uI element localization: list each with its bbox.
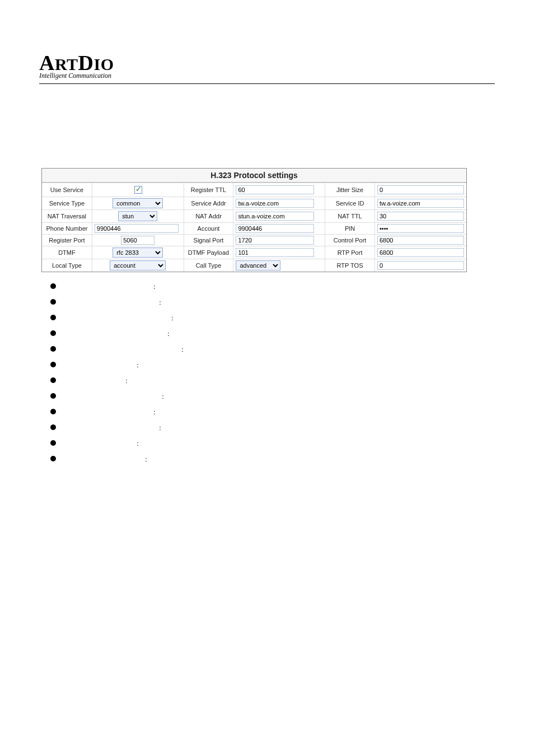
- cell-register-ttl: [233, 183, 325, 197]
- cell-service-id: [375, 197, 466, 209]
- colon-marker: ：: [157, 423, 163, 433]
- cell-control-port: [375, 235, 466, 246]
- cell-phone-number: [92, 223, 184, 234]
- cell-dtmf: rfc 2833: [92, 246, 184, 259]
- panel-title: H.323 Protocol settings: [42, 169, 466, 183]
- rtp-tos-input[interactable]: [377, 261, 464, 270]
- cell-account: [233, 223, 325, 234]
- label-dtmf: DTMF: [42, 246, 92, 259]
- label-jitter-size: Jitter Size: [325, 183, 375, 197]
- label-account: Account: [184, 223, 234, 234]
- list-item: ：: [50, 314, 495, 321]
- settings-row: Local Type account Call Type advanced RT…: [42, 259, 466, 272]
- list-item: ：: [50, 376, 495, 384]
- local-type-select[interactable]: account: [110, 260, 166, 270]
- cell-signal-port: [233, 235, 325, 246]
- cell-service-type: common: [92, 197, 184, 209]
- colon-marker: ：: [151, 282, 158, 292]
- colon-marker: ：: [134, 439, 141, 449]
- settings-row: Phone Number Account PIN: [42, 222, 466, 234]
- cell-rtp-tos: [375, 259, 466, 272]
- label-register-ttl: Register TTL: [184, 183, 234, 197]
- cell-nat-traversal: stun: [92, 210, 184, 222]
- register-port-input[interactable]: [121, 236, 154, 245]
- account-input[interactable]: [236, 224, 314, 233]
- nat-addr-input[interactable]: [236, 212, 314, 221]
- control-port-input[interactable]: [377, 236, 464, 245]
- cell-use-service: [92, 183, 184, 197]
- cell-pin: [375, 223, 466, 234]
- list-item: ：: [50, 282, 495, 290]
- colon-marker: ：: [169, 314, 176, 323]
- cell-nat-ttl: [375, 210, 466, 222]
- label-signal-port: Signal Port: [184, 235, 234, 246]
- service-addr-input[interactable]: [236, 199, 314, 208]
- cell-rtp-port: [375, 246, 466, 259]
- nat-ttl-input[interactable]: [377, 212, 464, 221]
- label-control-port: Control Port: [325, 235, 375, 246]
- dtmf-payload-input[interactable]: [236, 248, 314, 257]
- colon-marker: ：: [151, 408, 158, 417]
- list-item: ：: [50, 345, 495, 353]
- jitter-size-input[interactable]: [377, 185, 464, 194]
- phone-number-input[interactable]: [95, 224, 179, 233]
- logo-letter: A: [39, 51, 55, 74]
- label-service-type: Service Type: [42, 197, 92, 209]
- label-service-id: Service ID: [325, 197, 375, 209]
- cell-nat-addr: [233, 210, 325, 222]
- cell-call-type: advanced: [233, 259, 325, 272]
- cell-register-port: [92, 235, 184, 246]
- rtp-port-input[interactable]: [377, 248, 464, 257]
- label-phone-number: Phone Number: [42, 223, 92, 234]
- h323-settings-panel: H.323 Protocol settings Use Service Regi…: [41, 168, 467, 272]
- settings-row: DTMF rfc 2833 DTMF Payload RTP Port: [42, 246, 466, 259]
- label-use-service: Use Service: [42, 183, 92, 197]
- pin-input[interactable]: [377, 224, 464, 233]
- list-item: ：: [50, 423, 495, 431]
- label-call-type: Call Type: [184, 259, 234, 272]
- use-service-checkbox[interactable]: [134, 186, 142, 194]
- label-pin: PIN: [325, 223, 375, 234]
- logo-letter: D: [78, 51, 94, 74]
- cell-dtmf-payload: [233, 246, 325, 259]
- cell-jitter-size: [375, 183, 466, 197]
- colon-marker: ：: [134, 361, 141, 370]
- colon-marker: ：: [179, 345, 186, 354]
- cell-local-type: account: [92, 259, 184, 272]
- colon-marker: ：: [143, 455, 149, 464]
- cell-service-addr: [233, 197, 325, 209]
- service-id-input[interactable]: [377, 199, 464, 208]
- label-rtp-port: RTP Port: [325, 246, 375, 259]
- settings-row: Service Type common Service Addr Service…: [42, 197, 466, 209]
- logo-letter: RT: [55, 55, 78, 73]
- header-divider: [39, 83, 495, 84]
- label-local-type: Local Type: [42, 259, 92, 272]
- colon-marker: ：: [160, 392, 166, 402]
- dtmf-select[interactable]: rfc 2833: [113, 248, 163, 258]
- label-rtp-tos: RTP TOS: [325, 259, 375, 272]
- label-nat-traversal: NAT Traversal: [42, 210, 92, 222]
- list-item: ：: [50, 408, 495, 416]
- label-nat-addr: NAT Addr: [184, 210, 234, 222]
- label-register-port: Register Port: [42, 235, 92, 246]
- list-item: ：: [50, 392, 495, 400]
- service-type-select[interactable]: common: [113, 198, 163, 208]
- settings-row: Use Service Register TTL Jitter Size: [42, 183, 466, 197]
- label-service-addr: Service Addr: [184, 197, 234, 209]
- colon-marker: ：: [165, 329, 172, 339]
- nat-traversal-select[interactable]: stun: [118, 211, 157, 221]
- signal-port-input[interactable]: [236, 236, 314, 245]
- settings-row: Register Port Signal Port Control Port: [42, 234, 466, 246]
- list-item: ：: [50, 361, 495, 368]
- logo-tagline: Intelligent Communication: [39, 72, 495, 80]
- list-item: ：: [50, 329, 495, 337]
- colon-marker: ：: [123, 376, 130, 386]
- label-dtmf-payload: DTMF Payload: [184, 246, 234, 259]
- settings-row: NAT Traversal stun NAT Addr NAT TTL: [42, 209, 466, 222]
- call-type-select[interactable]: advanced: [236, 260, 280, 270]
- colon-marker: ：: [157, 298, 163, 307]
- list-item: ：: [50, 298, 495, 306]
- logo-letter: IO: [94, 55, 114, 73]
- label-nat-ttl: NAT TTL: [325, 210, 375, 222]
- register-ttl-input[interactable]: [236, 185, 314, 194]
